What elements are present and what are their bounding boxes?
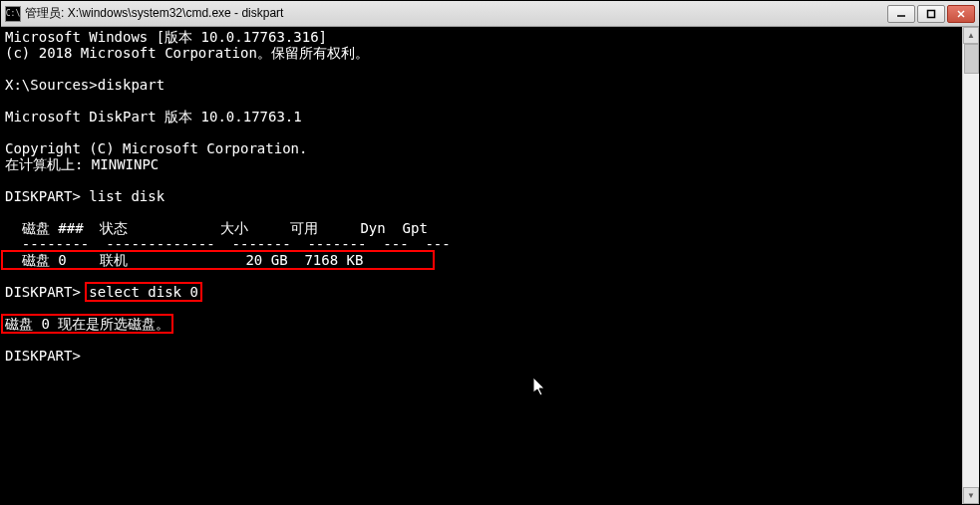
output-line: 在计算机上: MINWINPC [5, 156, 962, 172]
titlebar[interactable]: C:\ 管理员: X:\windows\system32\cmd.exe - d… [1, 1, 979, 27]
highlight-box: 磁盘 0 联机 20 GB 7168 KB [1, 250, 435, 270]
output-line [5, 125, 962, 140]
vertical-scrollbar[interactable]: ▲ ▼ [962, 27, 979, 504]
app-icon: C:\ [5, 6, 21, 22]
cmd-window: C:\ 管理员: X:\windows\system32\cmd.exe - d… [1, 1, 979, 504]
prompt: DISKPART> [5, 284, 89, 300]
highlighted-disk-row: 磁盘 0 联机 20 GB 7168 KB [5, 252, 962, 268]
minimize-button[interactable] [887, 5, 915, 23]
output-line [5, 172, 962, 188]
output-line [5, 204, 962, 220]
output-line [5, 332, 962, 348]
highlight-box: 磁盘 0 现在是所选磁盘。 [1, 314, 173, 334]
output-line: X:\Sources>diskpart [5, 77, 962, 93]
highlighted-message: 磁盘 0 现在是所选磁盘。 [5, 316, 962, 332]
output-line: Microsoft Windows [版本 10.0.17763.316] [5, 29, 962, 45]
output-line [5, 93, 962, 109]
output-line [5, 61, 962, 77]
output-line: Microsoft DiskPart 版本 10.0.17763.1 [5, 109, 962, 125]
window-controls [887, 5, 975, 23]
output-line: (c) 2018 Microsoft Corporation。保留所有权利。 [5, 45, 962, 61]
console-area: Microsoft Windows [版本 10.0.17763.316](c)… [1, 27, 979, 504]
scroll-up-button[interactable]: ▲ [963, 27, 979, 44]
scroll-thumb[interactable] [964, 44, 979, 74]
highlighted-command: select disk 0 [85, 282, 202, 302]
svg-rect-1 [928, 10, 935, 17]
output-line: DISKPART> select disk 0 [5, 284, 962, 300]
output-line: DISKPART> [5, 348, 962, 364]
output-line: Copyright (C) Microsoft Corporation. [5, 140, 962, 156]
output-line: DISKPART> list disk [5, 188, 962, 204]
window-title: 管理员: X:\windows\system32\cmd.exe - diskp… [25, 5, 887, 22]
scroll-down-button[interactable]: ▼ [963, 487, 979, 504]
table-header: 磁盘 ### 状态 大小 可用 Dyn Gpt [5, 220, 962, 236]
close-button[interactable] [947, 5, 975, 23]
mouse-cursor-icon [533, 378, 547, 397]
maximize-button[interactable] [917, 5, 945, 23]
console-output[interactable]: Microsoft Windows [版本 10.0.17763.316](c)… [1, 27, 962, 504]
